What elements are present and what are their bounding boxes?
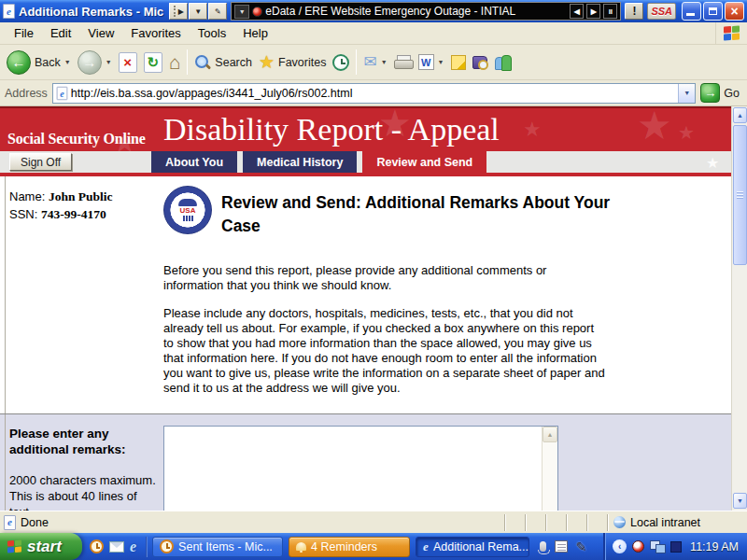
favorites-button[interactable]: ★ Favorites (259, 53, 326, 71)
security-zone-pane: Local intranet (607, 514, 747, 531)
pen-icon[interactable]: ✎ (576, 540, 587, 553)
search-button[interactable]: Search (194, 54, 252, 71)
windows-flag-icon (7, 539, 21, 553)
forward-button[interactable]: → ▼ (78, 50, 112, 75)
stop-button[interactable]: × (119, 52, 137, 73)
word-dropdown-icon[interactable]: ▼ (438, 59, 444, 65)
window-controls: × (682, 2, 744, 21)
mail-button[interactable]: ✉ ▼ (363, 54, 387, 70)
textarea-scrollbar[interactable]: ▲ (542, 427, 557, 511)
status-sub-pane (525, 514, 545, 531)
address-bar: Address e ▼ → Go (0, 80, 747, 106)
scroll-thumb[interactable] (733, 125, 747, 265)
recorder-tray-icon[interactable] (632, 540, 644, 553)
textarea-scroll-up-button[interactable]: ▲ (543, 427, 557, 442)
tray-app-icon[interactable] (670, 541, 682, 553)
edit-with-word-button[interactable]: W ▼ (418, 54, 444, 70)
ticker-text: eData / ERE Website Emergency Outage - I… (265, 5, 567, 18)
name-row: Name: John Public (9, 188, 113, 205)
messenger-button[interactable] (494, 55, 511, 70)
back-icon: ← (7, 50, 31, 75)
tab-strip: ★ ★ Sign Off About You Medical History R… (0, 151, 747, 173)
notes-button[interactable] (451, 55, 466, 70)
internet-explorer-icon[interactable]: e (130, 539, 136, 554)
mail-icon: ✉ (363, 54, 376, 70)
hide-icons-chevron-icon[interactable]: ‹ (613, 539, 627, 553)
remarks-hint: 2000 characters maximum. This is about 4… (9, 472, 157, 511)
favorites-star-icon: ★ (259, 53, 275, 71)
page-title: Disability Report - Appeal (163, 112, 500, 147)
mail-dropdown-icon[interactable]: ▼ (381, 59, 388, 65)
word-icon: W (418, 54, 434, 70)
internet-explorer-icon: e (423, 540, 429, 553)
instructions-paragraph: Please include any doctors, hospitals, m… (163, 306, 607, 396)
close-button[interactable]: × (725, 2, 744, 21)
web-page: ★ ★ ★ ★ ★ Social Security Online Disabil… (0, 106, 747, 511)
remarks-panel: Please enter any additional remarks: 200… (0, 413, 747, 511)
browser-toolbar: ← Back ▼ → ▼ × ↻ ⌂ Search ★ Favorites (0, 45, 747, 80)
news-ticker: ▼ eData / ERE Website Emergency Outage -… (231, 2, 621, 21)
tab-review-and-send[interactable]: Review and Send (362, 151, 486, 173)
minimize-button[interactable] (682, 2, 701, 21)
menu-item-favorites[interactable]: Favorites (122, 23, 189, 43)
quick-launch: e (82, 539, 144, 554)
address-input[interactable] (68, 87, 678, 100)
print-button[interactable] (394, 55, 412, 69)
remarks-textarea[interactable] (164, 427, 542, 511)
ssa-logo-button[interactable]: SSA (647, 3, 676, 20)
user-info: Name: John Public SSN: 743-99-4170 (9, 188, 113, 223)
site-name: Social Security Online (7, 131, 146, 147)
tab-medical-history[interactable]: Medical History (243, 151, 357, 173)
outlook-express-icon[interactable] (109, 541, 124, 553)
page-scrollbar[interactable]: ▲ ▼ (731, 106, 747, 511)
network-tray-icon[interactable] (650, 540, 665, 553)
restore-button[interactable] (703, 2, 723, 21)
ticker-previous-button[interactable]: ◀ (570, 4, 584, 19)
back-dropdown-icon[interactable]: ▼ (64, 59, 71, 65)
menu-bar: File Edit View Favorites Tools Help (0, 22, 747, 45)
sign-off-button[interactable]: Sign Off (9, 153, 72, 171)
menu-item-edit[interactable]: Edit (42, 23, 79, 43)
tab-about-you[interactable]: About You (151, 151, 237, 173)
alert-button[interactable]: ! (625, 3, 643, 20)
tabs: About You Medical History Review and Sen… (151, 151, 486, 173)
forward-icon: → (78, 50, 102, 75)
outlook-reminder-icon[interactable] (90, 539, 104, 553)
search-label: Search (215, 56, 252, 69)
research-button[interactable] (472, 56, 487, 69)
ticker-play-button[interactable]: ▶ (169, 3, 188, 20)
ticker-next-button[interactable]: ▶ (586, 4, 600, 19)
menu-item-file[interactable]: File (6, 23, 42, 43)
back-button[interactable]: ← Back ▼ (7, 50, 71, 75)
go-button[interactable]: → (700, 83, 720, 103)
scroll-up-button[interactable]: ▲ (733, 107, 747, 123)
journal-icon[interactable] (555, 540, 568, 553)
task-button-sent-items[interactable]: Sent Items - Mic... (152, 537, 283, 557)
system-tray: ‹ 11:19 AM (603, 533, 747, 560)
history-button[interactable] (332, 54, 349, 71)
address-dropdown-button[interactable]: ▼ (678, 84, 695, 103)
sticky-note-icon (451, 55, 466, 70)
home-button[interactable]: ⌂ (169, 52, 181, 72)
menu-item-help[interactable]: Help (234, 23, 276, 43)
task-button-reminders[interactable]: 4 Reminders (289, 537, 410, 557)
forward-dropdown-icon[interactable]: ▼ (106, 59, 112, 65)
main-column: USA Review and Send: Additional Remarks … (163, 186, 612, 396)
record-orb-icon (252, 7, 262, 17)
star-icon: ★ (678, 123, 695, 142)
task-button-additional-remarks[interactable]: e Additional Rema... (416, 537, 529, 557)
start-button[interactable]: start (0, 533, 82, 560)
microphone-icon[interactable] (540, 541, 546, 552)
window-titlebar: e Additional Remarks - Mic ▶ ▼ ✎ ▼ eData… (0, 0, 747, 22)
star-icon: ★ (523, 119, 542, 140)
menu-item-tools[interactable]: Tools (190, 23, 234, 43)
ticker-pause-button[interactable]: II (603, 4, 617, 19)
menu-item-view[interactable]: View (79, 23, 122, 43)
notes-pen-button[interactable]: ✎ (208, 3, 227, 20)
ssn-label: SSN: (9, 207, 37, 221)
scroll-down-button[interactable]: ▼ (733, 493, 747, 509)
refresh-button[interactable]: ↻ (144, 52, 162, 73)
name-value: John Public (49, 189, 113, 203)
ticker-dropdown-button[interactable]: ▼ (234, 5, 249, 19)
ticker-options-dropdown-button[interactable]: ▼ (189, 3, 207, 20)
